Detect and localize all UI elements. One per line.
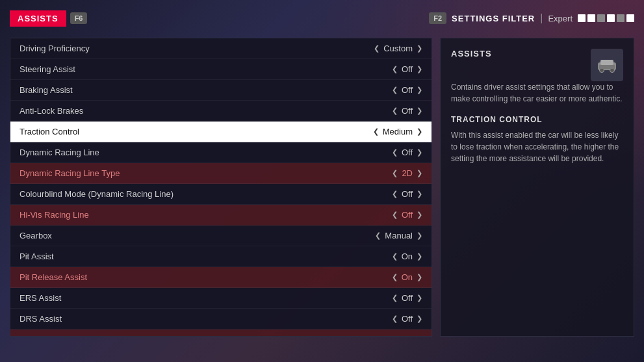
arrow-left-icon: ❮ <box>392 315 398 323</box>
settings-filter: F2 SETTINGS FILTER | Expert <box>429 12 634 24</box>
row-value: ❮ Off ❯ <box>392 64 422 74</box>
row-value: ❮ On ❯ <box>392 272 422 282</box>
row-value: ❮ Off ❯ <box>392 335 422 337</box>
arrow-right-icon: ❯ <box>417 211 422 219</box>
grid-icon-3 <box>597 14 605 22</box>
row-label: Steering Assist <box>19 64 392 74</box>
arrow-right-icon: ❯ <box>417 169 422 177</box>
grid-icons[interactable] <box>578 14 634 22</box>
row-value: ❮ Off ❯ <box>392 148 422 157</box>
info-panel-title: ASSISTS <box>451 49 492 58</box>
arrow-left-icon: ❮ <box>392 294 398 302</box>
row-label: Braking Assist <box>19 85 392 95</box>
section-desc: With this assist enabled the car will be… <box>451 129 623 164</box>
arrow-left-icon: ❮ <box>373 127 379 136</box>
assists-badge: ASSISTS F6 <box>10 10 87 27</box>
row-value: ❮ On ❯ <box>392 252 422 261</box>
row-label: Gearbox <box>19 231 375 240</box>
arrow-right-icon: ❯ <box>417 107 422 115</box>
arrow-left-icon: ❮ <box>392 65 398 73</box>
arrow-right-icon: ❯ <box>417 294 422 302</box>
row-label: Recurring Flashback Prompt <box>19 335 392 337</box>
table-row[interactable]: Driving Proficiency ❮ Custom ❯ <box>10 38 431 59</box>
row-label: ERS Assist <box>19 293 392 303</box>
grid-icon-6 <box>626 14 634 22</box>
info-panel-desc: Contains driver assist settings that all… <box>451 81 623 105</box>
info-panel: ASSISTS Contains driver assist settings … <box>440 38 634 337</box>
row-value: ❮ Manual ❯ <box>375 231 422 240</box>
table-row[interactable]: ERS Assist ❮ Off ❯ <box>10 288 431 309</box>
arrow-left-icon: ❮ <box>392 190 398 198</box>
table-row[interactable]: Traction Control ❮ Medium ❯ <box>10 122 431 142</box>
arrow-left-icon: ❮ <box>374 44 380 53</box>
arrow-right-icon: ❯ <box>417 127 422 136</box>
table-row[interactable]: Dynamic Racing Line ❮ Off ❯ <box>10 142 431 163</box>
arrow-right-icon: ❯ <box>417 44 422 53</box>
arrow-left-icon: ❮ <box>392 107 398 115</box>
table-row[interactable]: Gearbox ❮ Manual ❯ <box>10 226 431 246</box>
row-label: Dynamic Racing Line <box>19 148 392 157</box>
arrow-left-icon: ❮ <box>392 148 398 157</box>
arrow-right-icon: ❯ <box>417 148 422 157</box>
divider: | <box>540 12 543 24</box>
arrow-left-icon: ❮ <box>392 252 398 261</box>
table-row[interactable]: Pit Release Assist ❮ On ❯ <box>10 267 431 288</box>
arrow-right-icon: ❯ <box>417 231 422 240</box>
settings-panel: Driving Proficiency ❮ Custom ❯ Steering … <box>10 38 432 337</box>
grid-icon-5 <box>617 14 625 22</box>
f6-badge: F6 <box>70 12 88 24</box>
row-value: ❮ Off ❯ <box>392 293 422 303</box>
expert-label: Expert <box>548 14 573 23</box>
table-row[interactable]: Anti-Lock Brakes ❮ Off ❯ <box>10 101 431 122</box>
top-bar: ASSISTS F6 F2 SETTINGS FILTER | Expert <box>10 6 634 30</box>
arrow-right-icon: ❯ <box>417 252 422 261</box>
row-value: ❮ Off ❯ <box>392 210 422 220</box>
arrow-right-icon: ❯ <box>417 273 422 281</box>
arrow-right-icon: ❯ <box>417 65 422 73</box>
row-value: ❮ Off ❯ <box>392 106 422 116</box>
arrow-right-icon: ❯ <box>417 86 422 94</box>
row-label: Driving Proficiency <box>19 44 374 53</box>
arrow-left-icon: ❮ <box>392 169 398 177</box>
table-row[interactable]: Hi-Vis Racing Line ❮ Off ❯ <box>10 205 431 226</box>
arrow-left-icon: ❮ <box>392 335 398 337</box>
svg-rect-1 <box>600 60 613 65</box>
row-label: Anti-Lock Brakes <box>19 106 392 116</box>
row-label: Colourblind Mode (Dynamic Racing Line) <box>19 189 392 199</box>
arrow-left-icon: ❮ <box>392 86 398 94</box>
settings-filter-label[interactable]: SETTINGS FILTER <box>452 14 535 23</box>
arrow-left-icon: ❮ <box>375 231 381 240</box>
content-area: Driving Proficiency ❮ Custom ❯ Steering … <box>10 38 634 337</box>
row-value: ❮ 2D ❯ <box>392 168 422 178</box>
car-icon <box>591 49 623 81</box>
arrow-right-icon: ❯ <box>417 190 422 198</box>
grid-icon-2 <box>587 14 595 22</box>
table-row[interactable]: DRS Assist ❮ Off ❯ <box>10 309 431 330</box>
table-row[interactable]: Recurring Flashback Prompt ❮ Off ❯ <box>10 330 431 337</box>
row-label: Pit Assist <box>19 252 392 261</box>
row-value: ❮ Medium ❯ <box>373 127 422 136</box>
grid-icon-1 <box>578 14 586 22</box>
svg-rect-4 <box>599 65 615 69</box>
row-label: Pit Release Assist <box>19 272 392 282</box>
grid-icon-4 <box>607 14 615 22</box>
table-row[interactable]: Colourblind Mode (Dynamic Racing Line) ❮… <box>10 184 431 205</box>
f2-badge: F2 <box>429 12 446 24</box>
section-title: TRACTION CONTROL <box>451 115 623 124</box>
table-row[interactable]: Pit Assist ❮ On ❯ <box>10 246 431 267</box>
row-label: Dynamic Racing Line Type <box>19 168 392 178</box>
table-row[interactable]: Dynamic Racing Line Type ❮ 2D ❯ <box>10 163 431 184</box>
arrow-right-icon: ❯ <box>417 335 422 337</box>
main-container: ASSISTS F6 F2 SETTINGS FILTER | Expert D… <box>0 0 644 362</box>
arrow-right-icon: ❯ <box>417 315 422 323</box>
row-value: ❮ Off ❯ <box>392 85 422 95</box>
row-label: DRS Assist <box>19 314 392 324</box>
arrow-left-icon: ❮ <box>392 211 398 219</box>
row-label: Traction Control <box>19 127 373 136</box>
row-label: Hi-Vis Racing Line <box>19 210 392 220</box>
table-row[interactable]: Braking Assist ❮ Off ❯ <box>10 80 431 101</box>
table-row[interactable]: Steering Assist ❮ Off ❯ <box>10 59 431 80</box>
assists-tab[interactable]: ASSISTS <box>10 10 66 27</box>
row-value: ❮ Off ❯ <box>392 314 422 324</box>
row-value: ❮ Custom ❯ <box>374 44 422 53</box>
